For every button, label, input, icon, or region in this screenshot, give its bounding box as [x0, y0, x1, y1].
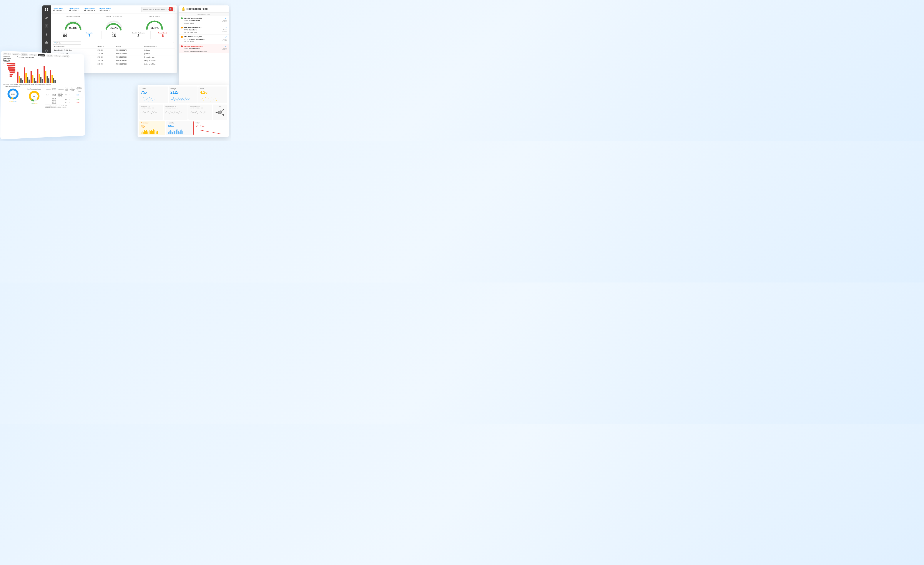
status-dot-orange — [181, 27, 183, 28]
svg-point-25 — [157, 100, 158, 101]
notif-id-4: STK-687ab362kqw-009 — [184, 45, 224, 47]
svg-point-47 — [216, 112, 217, 113]
filter-device-make-label: Device Make — [69, 7, 80, 9]
kpi-efficiency: Overall Efficiency 90.8% — [56, 15, 91, 30]
filter-device-model[interactable]: Device Model All Models ▼ — [84, 7, 95, 12]
table-menu-icon[interactable]: ⋮ — [172, 41, 175, 45]
table-row[interactable]: Dark Electric Tool & Dye 273-20 M0019372… — [53, 48, 175, 52]
sensor-force-label: Force — [200, 88, 226, 90]
kpi-efficiency-gauge: 90.8% — [63, 18, 83, 30]
filter-device-status-value[interactable]: All Status ▼ — [99, 9, 111, 12]
kpi-performance-gauge: 86.5% — [104, 18, 124, 30]
sensor-accelerometer-xyz: x: 124.0, y: 456.2, z: -2.8 — [165, 107, 186, 109]
kpi-quality: Overall Quality 96.2% — [137, 15, 172, 30]
sensor-temperature-chart — [141, 129, 164, 134]
find-input[interactable] — [57, 42, 78, 44]
svg-point-13 — [144, 100, 144, 101]
sensor-compass-label: Compass Gauss — [190, 105, 211, 107]
sidebar-item-book[interactable] — [44, 24, 49, 28]
customer-bar-6 — [3, 72, 15, 73]
svg-point-32 — [205, 97, 206, 98]
svg-rect-3 — [47, 10, 48, 11]
notif-item-1[interactable]: STK-287gt843svu-001 ↗ TYPE Initialize De… — [179, 16, 229, 25]
chevron-down-icon-2: ▼ — [78, 10, 80, 11]
col-description: Description — [57, 87, 64, 92]
bar-group-1 — [17, 72, 23, 83]
stat-connected-value: 7 — [79, 34, 100, 38]
svg-point-37 — [213, 100, 214, 100]
svg-rect-1 — [47, 8, 48, 10]
analytics-tablet: 2016 Q1 2016 Q2 2016 Q3 2016 Q4 2017 Q1 … — [0, 51, 85, 139]
customer-bar-1: P — [3, 63, 15, 64]
filter-device-type[interactable]: Device Type All Devices ▼ — [53, 7, 64, 12]
find-box[interactable]: 🔍 — [53, 41, 81, 45]
analytics-table-row[interactable]: CTK-74c 1302003 76 0 0.6% — [45, 101, 83, 104]
stat-inventory-label: Inventory — [54, 32, 75, 34]
filter-chip-2016q4[interactable]: 2016 Q4 — [29, 54, 37, 56]
notif-item-3[interactable]: STK-435hr840rwq-002 ↗ TYPE Junction Temp… — [179, 34, 229, 44]
filter-device-status[interactable]: Device Status All Status ▼ — [99, 7, 111, 12]
sidebar-item-dashboard[interactable] — [44, 7, 49, 12]
svg-point-28 — [152, 96, 152, 97]
bar-group-5 — [44, 66, 50, 83]
stat-need-repair[interactable]: Need Repair 6 — [151, 31, 175, 39]
analytics-table-row[interactable]: CTK-74c 1302002 185 0 1.8% — [45, 98, 83, 101]
svg-point-23 — [155, 99, 155, 100]
notif-id-2: STK-836cd929pjr-003 — [184, 27, 224, 28]
chevron-down-icon: ▼ — [63, 10, 65, 11]
sensor-voltage-label: Voltage — [170, 88, 196, 90]
sensor-accelerometer-chart — [165, 109, 186, 115]
filter-chip-2017q1[interactable]: 2017 Q1 — [38, 54, 45, 57]
col-nonrenewable: Non-Renewable Count — [69, 87, 76, 92]
filter-chip-2017q3[interactable]: 2017 Q3 — [54, 55, 62, 57]
filter-device-type-value[interactable]: All Devices ▼ — [53, 9, 64, 12]
arrow-icon-3: ↗ — [225, 36, 226, 38]
filter-device-make[interactable]: Device Make All Makes ▼ — [69, 7, 80, 12]
sensor-gyroscope-xyz: x: 124.0, y: 456.2, z: -2.8 — [141, 107, 162, 109]
svg-point-34 — [208, 99, 209, 99]
notif-item-2[interactable]: STK-836cd929pjr-003 ↗ TYPE Motor Error T… — [179, 25, 229, 34]
sensor-current-label: Current — [141, 88, 166, 90]
svg-point-24 — [156, 98, 156, 99]
filter-chip-2017q4[interactable]: 2017 Q4 — [62, 55, 69, 58]
footer-label-2: Renewal Opportunity Overview Over 10k — [45, 106, 83, 108]
search-button[interactable]: 🔍 — [169, 7, 173, 11]
svg-point-16 — [147, 98, 148, 99]
renewable-stat: Renewable Count: 34.8K — [19, 84, 34, 85]
sensor-battery-value: 25.5% — [196, 124, 226, 128]
sidebar-item-edit[interactable] — [44, 16, 49, 20]
chevron-down-icon-3: ▼ — [94, 10, 95, 11]
svg-point-20 — [152, 99, 152, 99]
sidebar-item-lightning[interactable] — [44, 32, 49, 37]
stat-connected[interactable]: Connected 7 — [77, 31, 102, 39]
kpi-quality-gauge: 96.2% — [145, 18, 164, 30]
svg-point-36 — [212, 97, 212, 98]
search-box[interactable]: 🔍 — [141, 7, 175, 12]
sidebar-item-notifications[interactable] — [44, 40, 49, 45]
notif-date: September 1, 2018 — [179, 13, 229, 16]
col-customer: Customer — [45, 86, 51, 92]
stat-inventory[interactable]: Inventory 64 — [53, 31, 77, 39]
svg-point-18 — [149, 97, 150, 98]
filter-chip-2016q2[interactable]: 2016 Q2 — [12, 53, 20, 55]
bar-group-3 — [31, 71, 36, 83]
stat-outside-perimeter[interactable]: Outside Perimeter 2 — [126, 31, 151, 39]
stats-table-area: Customer Product Number Description Tota… — [45, 86, 84, 108]
svg-point-26 — [143, 97, 144, 97]
filter-chip-2017q2[interactable]: 2017 Q2 — [46, 54, 54, 57]
filter-chip-2016q1[interactable]: 2016 Q1 — [3, 52, 11, 55]
analytics-lower: Non-Renewable Count 34.8K 6.34% 0.4% — [2, 86, 83, 109]
notif-menu-icon[interactable]: ⋮ — [223, 7, 226, 10]
filter-device-model-value[interactable]: All Models ▼ — [84, 9, 95, 12]
analytics-table-row[interactable]: Model CTK-74c 1302001 Renewal Opportunit… — [45, 92, 83, 98]
sensor-battery-label: Battery — [196, 122, 226, 124]
sensor-top-row: Current 75A — [139, 87, 227, 103]
filter-chip-2016q3[interactable]: 2016 Q3 — [21, 53, 28, 56]
search-input[interactable] — [143, 9, 169, 10]
kpi-quality-value: 96.2% — [151, 26, 159, 30]
find-icon: 🔍 — [54, 42, 57, 44]
filter-device-make-value[interactable]: All Makes ▼ — [69, 9, 80, 12]
stat-alerts[interactable]: Alerts 18 — [102, 31, 126, 39]
svg-point-33 — [207, 100, 207, 100]
notif-item-4[interactable]: STK-687ab362kqw-009 ↗ TYPE Perimeter Ale… — [179, 44, 229, 53]
